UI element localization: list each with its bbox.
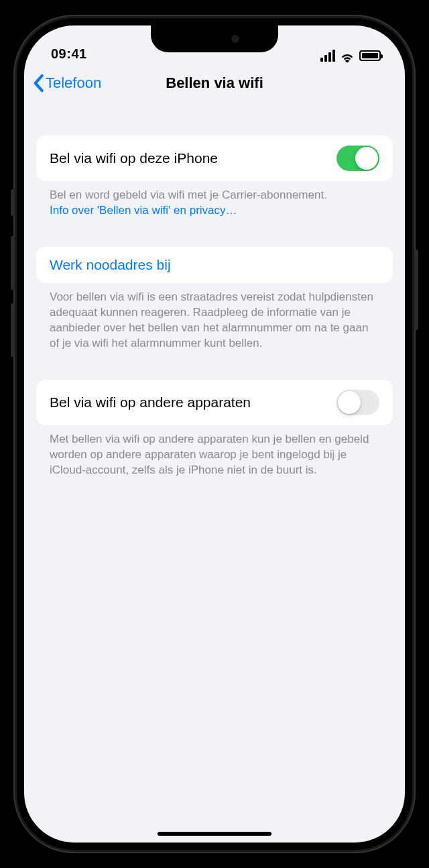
cellular-icon [320,50,335,62]
group-emergency: Werk noodadres bij Voor bellen via wifi … [36,247,393,351]
screen: 09:41 Telefoon Bellen via wifi [24,25,405,843]
footer-other-devices: Met bellen via wifi op andere apparaten … [36,425,393,478]
page-title: Bellen via wifi [166,74,263,92]
chevron-left-icon [32,74,44,93]
cell-wifi-other-devices[interactable]: Bel via wifi op andere apparaten [36,380,393,425]
footer-wifi-this-iphone: Bel en word gebeld via wifi met je Carri… [36,181,393,219]
home-indicator[interactable] [158,832,271,836]
content: Bel via wifi op deze iPhone Bel en word … [24,102,405,478]
status-time: 09:41 [51,46,87,62]
back-button[interactable]: Telefoon [32,74,101,93]
footer-emergency: Voor bellen via wifi is een straatadres … [36,283,393,351]
volume-down-button [11,303,15,357]
phone-frame: 09:41 Telefoon Bellen via wifi [13,15,416,853]
power-button [414,250,418,330]
privacy-link[interactable]: Info over 'Bellen via wifi' en privacy… [50,204,237,217]
volume-up-button [11,236,15,290]
cell-label: Bel via wifi op andere apparaten [50,394,251,411]
group-wifi-this-iphone: Bel via wifi op deze iPhone Bel en word … [36,135,393,219]
cell-label: Werk noodadres bij [50,257,171,273]
cell-label: Bel via wifi op deze iPhone [50,150,218,166]
mute-switch [11,189,15,216]
cell-update-emergency-address[interactable]: Werk noodadres bij [36,247,393,283]
toggle-wifi-this-iphone[interactable] [336,146,379,171]
nav-bar: Telefoon Bellen via wifi [24,64,405,102]
back-label: Telefoon [46,74,101,92]
cell-wifi-this-iphone[interactable]: Bel via wifi op deze iPhone [36,135,393,181]
group-other-devices: Bel via wifi op andere apparaten Met bel… [36,380,393,478]
toggle-wifi-other-devices[interactable] [336,390,379,415]
wifi-icon [340,50,355,61]
battery-icon [359,50,381,61]
notch [151,25,278,52]
